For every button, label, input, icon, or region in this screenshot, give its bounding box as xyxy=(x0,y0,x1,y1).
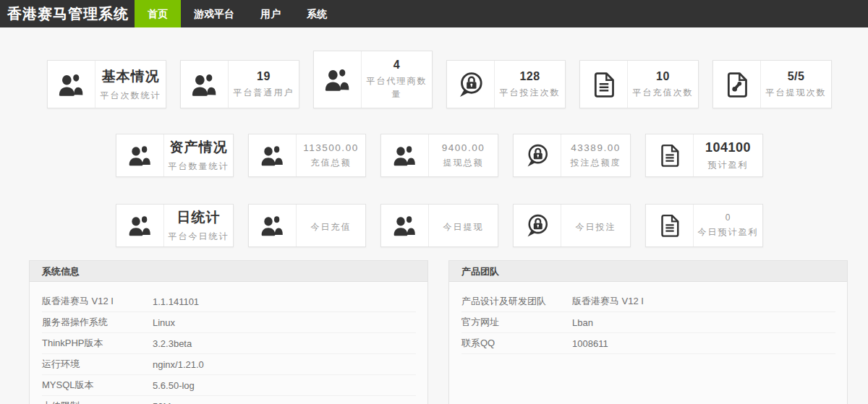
stat-card-body: 4 平台代理商数量 xyxy=(362,51,432,108)
stat-card-agents-count: 4 平台代理商数量 xyxy=(313,51,433,108)
info-value: 50M xyxy=(153,401,416,404)
stat-label: 充值总额 xyxy=(311,156,352,169)
users-icon xyxy=(381,134,429,176)
chat-lock-icon xyxy=(514,134,561,176)
info-row: 服务器操作系统 Linux xyxy=(42,312,416,333)
stat-label: 今日提现 xyxy=(443,220,484,233)
stat-value: 113500.00 xyxy=(303,142,358,153)
stat-title: 日统计 xyxy=(177,208,221,227)
stat-card-body: 今日提现 xyxy=(429,205,498,246)
stat-card-body: 资产情况 平台数量统计 xyxy=(164,134,233,176)
info-label: 运行环境 xyxy=(42,358,153,371)
system-info-panel: 系统信息 版香港赛马 V12 I 1.1.141101 服务器操作系统 Linu… xyxy=(29,260,428,404)
stat-card-body: 43389.00 投注总额度 xyxy=(561,134,630,176)
stat-label: 平台数量统计 xyxy=(169,160,229,173)
stat-row-assets: 资产情况 平台数量统计 113500.00 充值总额 9400.00 提现总额 … xyxy=(0,134,868,177)
info-row: ThinkPHP版本 3.2.3beta xyxy=(42,333,416,354)
nav-item-users[interactable]: 用户 xyxy=(247,0,294,27)
stat-card-today-withdraw: 今日提现 xyxy=(380,204,498,247)
stat-label: 平台今日统计 xyxy=(169,230,229,243)
info-label: 联系QQ xyxy=(461,337,572,350)
stat-row-counts: 基本情况 平台次数统计 19 平台普通用户 4 平台代理商数量 128 平台投注… xyxy=(0,51,868,108)
stat-label: 平台普通用户 xyxy=(234,86,294,99)
stat-card-normal-users: 19 平台普通用户 xyxy=(180,60,299,108)
info-label: MYSQL版本 xyxy=(42,379,153,392)
stat-label: 预计盈利 xyxy=(708,158,749,171)
users-icon xyxy=(314,51,362,108)
stat-row-daily: 日统计 平台今日统计 今日充值 今日提现 今日投注 0 今日预计盈利 xyxy=(0,204,868,247)
info-row: 产品设计及研发团队 版香港赛马 V12 I xyxy=(461,291,835,312)
bottom-panels: 系统信息 版香港赛马 V12 I 1.1.141101 服务器操作系统 Linu… xyxy=(29,260,848,404)
stat-value: 5/5 xyxy=(788,70,805,83)
stat-card-withdraw-count: 5/5 平台提现次数 xyxy=(712,60,832,108)
info-label: 版香港赛马 V12 I xyxy=(42,295,153,308)
product-team-panel: 产品团队 产品设计及研发团队 版香港赛马 V12 I 官方网址 Lban 联系Q… xyxy=(448,260,848,404)
stat-title: 资产情况 xyxy=(170,138,228,157)
info-value: Linux xyxy=(153,317,416,328)
stat-card-body: 9400.00 提现总额 xyxy=(429,134,498,176)
stat-card-body: 基本情况 平台次数统计 xyxy=(95,61,166,108)
navbar: 香港赛马管理系统 首页 游戏平台 用户 系统 xyxy=(0,0,868,27)
info-value: 1008611 xyxy=(572,338,835,349)
stat-card-expected-profit: 104100 预计盈利 xyxy=(645,134,763,177)
info-row: MYSQL版本 5.6.50-log xyxy=(42,375,416,396)
file-text-icon xyxy=(646,205,694,246)
users-icon xyxy=(116,134,164,176)
info-label: 上传限制 xyxy=(42,400,153,404)
info-label: 服务器操作系统 xyxy=(42,316,153,329)
file-text-icon xyxy=(646,134,694,176)
stat-label: 今日充值 xyxy=(311,220,352,233)
users-icon xyxy=(181,61,229,108)
stat-title: 基本情况 xyxy=(102,67,160,86)
stat-card-body: 日统计 平台今日统计 xyxy=(164,205,233,246)
panel-title: 系统信息 xyxy=(30,261,427,282)
nav-item-home[interactable]: 首页 xyxy=(135,0,181,27)
stat-card-body: 10 平台充值次数 xyxy=(628,61,698,108)
stat-card-recharge-count: 10 平台充值次数 xyxy=(579,60,699,108)
stat-card-basic-info: 基本情况 平台次数统计 xyxy=(47,60,166,108)
users-icon xyxy=(116,205,164,246)
info-value: 1.1.141101 xyxy=(153,296,416,307)
nav-item-system[interactable]: 系统 xyxy=(294,0,340,27)
stat-card-body: 128 平台投注次数 xyxy=(495,61,565,108)
info-row: 官方网址 Lban xyxy=(461,312,835,333)
stat-card-body: 104100 预计盈利 xyxy=(694,134,762,176)
stat-value: 4 xyxy=(393,59,400,72)
stat-label: 平台代理商数量 xyxy=(365,74,428,100)
info-label: ThinkPHP版本 xyxy=(42,337,153,350)
stat-card-daily-info: 日统计 平台今日统计 xyxy=(116,204,234,247)
stat-card-bet-count: 128 平台投注次数 xyxy=(446,60,566,108)
file-note-icon xyxy=(713,61,761,108)
chat-lock-icon xyxy=(514,205,561,246)
stat-value: 104100 xyxy=(705,140,751,155)
users-icon xyxy=(381,205,429,246)
info-value: Lban xyxy=(572,317,835,328)
panel-title: 产品团队 xyxy=(449,261,847,282)
stat-card-body: 0 今日预计盈利 xyxy=(694,205,762,246)
stat-label: 今日投注 xyxy=(576,220,616,233)
stat-value: 43389.00 xyxy=(571,142,620,153)
nav-item-game-platform[interactable]: 游戏平台 xyxy=(181,0,247,27)
stat-value: 0 xyxy=(726,212,731,223)
panel-body: 版香港赛马 V12 I 1.1.141101 服务器操作系统 Linux Thi… xyxy=(30,282,427,404)
stat-value: 128 xyxy=(519,70,540,83)
panel-body: 产品设计及研发团队 版香港赛马 V12 I 官方网址 Lban 联系QQ 100… xyxy=(449,282,847,354)
info-value: 版香港赛马 V12 I xyxy=(572,295,835,308)
stat-card-today-profit: 0 今日预计盈利 xyxy=(645,204,763,247)
stat-label: 平台次数统计 xyxy=(101,89,161,102)
stat-card-assets-info: 资产情况 平台数量统计 xyxy=(116,134,234,177)
users-icon xyxy=(249,134,297,176)
stat-value: 9400.00 xyxy=(442,142,485,153)
info-value: nginx/1.21.0 xyxy=(153,359,416,370)
info-row: 联系QQ 1008611 xyxy=(461,333,835,354)
chat-lock-icon xyxy=(447,61,495,108)
stat-label: 平台充值次数 xyxy=(633,86,694,99)
info-value: 3.2.3beta xyxy=(153,338,416,349)
brand-title: 香港赛马管理系统 xyxy=(0,0,135,27)
info-value: 5.6.50-log xyxy=(153,380,416,391)
stat-card-body: 5/5 平台提现次数 xyxy=(761,61,831,108)
users-icon xyxy=(48,61,95,108)
stat-value: 10 xyxy=(656,70,670,83)
stat-label: 投注总额度 xyxy=(571,156,621,169)
stat-card-withdraw-total: 9400.00 提现总额 xyxy=(380,134,498,177)
